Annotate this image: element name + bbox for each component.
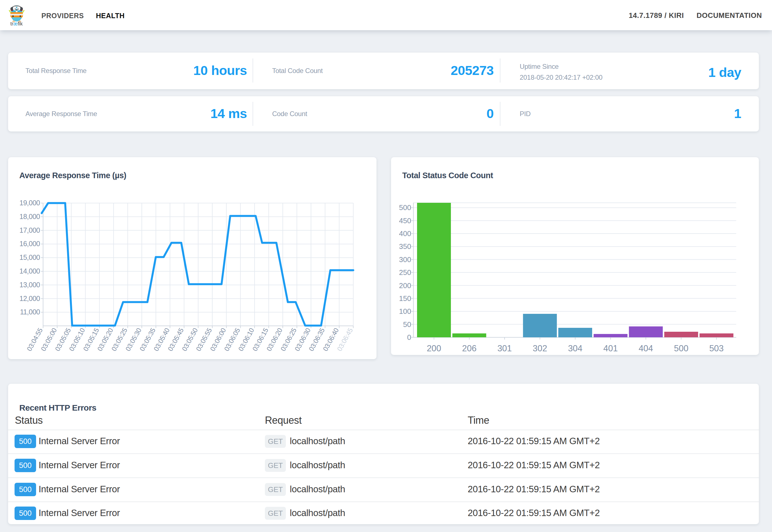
svg-text:12,000: 12,000 [20,295,40,302]
svg-text:15,000: 15,000 [20,253,40,261]
svg-text:træfik: træfik [10,21,23,27]
svg-text:304: 304 [568,343,583,353]
svg-text:450: 450 [399,216,411,225]
svg-text:206: 206 [462,343,477,353]
svg-text:503: 503 [709,343,724,353]
svg-text:13,000: 13,000 [20,281,40,289]
svg-text:50: 50 [403,320,411,329]
svg-text:400: 400 [399,229,411,238]
svg-text:14,000: 14,000 [20,267,40,275]
svg-text:19,000: 19,000 [20,199,40,207]
svg-text:404: 404 [639,343,653,353]
svg-text:500: 500 [674,343,688,353]
svg-text:200: 200 [399,281,411,290]
svg-text:401: 401 [603,343,618,353]
svg-text:301: 301 [497,343,512,353]
svg-text:150: 150 [399,294,411,303]
svg-text:200: 200 [427,343,441,353]
svg-text:100: 100 [399,307,411,316]
svg-text:11,000: 11,000 [20,308,40,316]
svg-text:18,000: 18,000 [20,213,40,220]
svg-text:302: 302 [533,343,547,353]
svg-text:17,000: 17,000 [20,226,40,234]
svg-text:350: 350 [399,242,411,251]
svg-text:16,000: 16,000 [20,240,40,248]
svg-text:0: 0 [407,333,411,342]
svg-text:300: 300 [399,255,411,264]
svg-text:250: 250 [399,268,411,277]
svg-text:500: 500 [399,203,411,212]
